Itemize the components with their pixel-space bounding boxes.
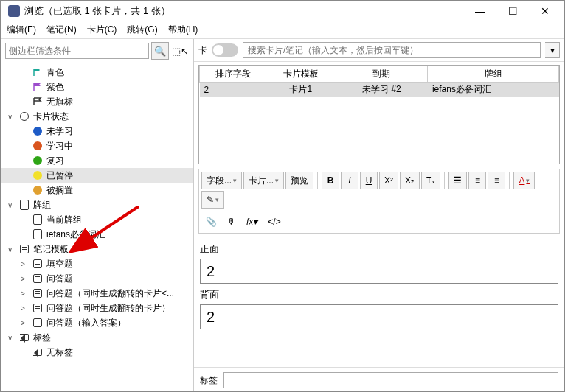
highlight-button[interactable]: ✎: [201, 191, 224, 209]
col-due[interactable]: 到期: [336, 66, 428, 83]
tree-item[interactable]: ∨无旗标: [1, 94, 193, 109]
card-toggle-label: 卡: [198, 44, 207, 57]
menu-edit[interactable]: 编辑(E): [7, 24, 36, 36]
sidebar-tree[interactable]: ∨青色∨紫色∨无旗标∨卡片状态∨未学习∨学习中∨复习∨已暂停∨被搁置∨牌组∨当前…: [1, 63, 193, 392]
tree-item[interactable]: ∨无标签: [1, 345, 193, 360]
tree-item-label: 当前牌组: [46, 214, 82, 226]
superscript-button[interactable]: X²: [379, 172, 398, 189]
fx-button[interactable]: fx▾: [242, 213, 262, 231]
tree-item-label: 无旗标: [46, 96, 73, 108]
tree-item-label: 被搁置: [46, 184, 73, 197]
tree-item[interactable]: >问答题（输入答案）: [1, 315, 193, 330]
back-field[interactable]: [200, 304, 558, 329]
tree-item[interactable]: >问答题: [1, 271, 193, 286]
ul-button[interactable]: ☰: [448, 172, 467, 189]
minimize-button[interactable]: —: [464, 1, 496, 21]
tree-item[interactable]: ∨复习: [1, 153, 193, 168]
tree-item-label: 青色: [46, 66, 64, 79]
col-template[interactable]: 卡片模板: [266, 66, 336, 83]
expander-icon[interactable]: >: [17, 275, 29, 283]
editor-toolbar: 字段... 卡片... 预览 B I U X² X₂ Tₓ ☰ ≡ ≡ A ✎ …: [198, 169, 560, 234]
italic-button[interactable]: I: [341, 172, 358, 189]
cards-button[interactable]: 卡片...: [243, 172, 284, 189]
sidebar-filter-input[interactable]: [5, 43, 149, 59]
tree-item[interactable]: ∨青色: [1, 65, 193, 80]
app-icon: [8, 5, 20, 17]
expander-icon[interactable]: ∨: [4, 245, 15, 253]
card-note-toggle[interactable]: [212, 43, 238, 57]
expander-icon[interactable]: ∨: [4, 201, 15, 209]
fields-button[interactable]: 字段...: [201, 172, 242, 189]
tree-item[interactable]: >填空题: [1, 256, 193, 271]
underline-button[interactable]: U: [360, 172, 378, 189]
tree-item[interactable]: ∨卡片状态: [1, 109, 193, 124]
align-button[interactable]: ≡: [488, 172, 505, 189]
tree-item[interactable]: ∨牌组: [1, 197, 193, 212]
tree-item-icon: [32, 155, 44, 167]
front-label: 正面: [200, 242, 558, 256]
tree-item[interactable]: ∨笔记模板: [1, 242, 193, 256]
col-sort[interactable]: 排序字段: [200, 66, 266, 83]
expander-icon[interactable]: >: [17, 319, 29, 327]
search-dropdown[interactable]: ▾: [545, 42, 560, 58]
tree-item[interactable]: ∨学习中: [1, 139, 193, 153]
tree-item-icon: [32, 228, 44, 240]
tree-item[interactable]: >问答题（同时生成翻转的卡片）: [1, 301, 193, 315]
tree-item[interactable]: ∨被搁置: [1, 183, 193, 197]
tree-item-label: 问答题: [46, 273, 73, 285]
tree-item-icon: [32, 140, 44, 152]
html-button[interactable]: </>: [263, 213, 285, 231]
close-button[interactable]: ✕: [529, 1, 561, 21]
tree-item[interactable]: ∨当前牌组: [1, 212, 193, 227]
clear-format-button[interactable]: Tₓ: [421, 172, 440, 189]
tree-item-label: 填空题: [46, 258, 73, 270]
tree-item[interactable]: ∨未学习: [1, 124, 193, 139]
tree-item[interactable]: ∨iefans必备词汇: [1, 227, 193, 242]
tree-item-label: 复习: [46, 155, 64, 167]
tree-item-label: 牌组: [33, 199, 51, 211]
preview-button[interactable]: 预览: [285, 172, 313, 189]
menu-card[interactable]: 卡片(C): [87, 24, 117, 36]
tree-item-label: 问答题（输入答案）: [46, 317, 126, 329]
front-field[interactable]: [200, 259, 558, 284]
tree-item-label: 紫色: [46, 81, 64, 94]
tree-item-label: 卡片状态: [33, 111, 69, 123]
tree-item[interactable]: ∨已暂停: [1, 168, 193, 183]
select-icon[interactable]: ⬚↖: [171, 42, 189, 60]
tree-item-icon: [18, 332, 30, 343]
tree-item[interactable]: >问答题（同时生成翻转的卡片<...: [1, 286, 193, 301]
tree-item-label: 无标签: [46, 346, 73, 359]
tags-input[interactable]: [223, 372, 558, 388]
search-icon[interactable]: 🔍: [151, 42, 169, 60]
expander-icon[interactable]: ∨: [4, 113, 15, 121]
card-table: 排序字段 卡片模板 到期 牌组 2 卡片1 未学习 #2 iefans必备词汇: [199, 66, 559, 97]
expander-icon[interactable]: >: [17, 304, 29, 312]
tree-item-icon: [32, 96, 44, 108]
expander-icon[interactable]: >: [17, 290, 29, 298]
bold-button[interactable]: B: [322, 172, 339, 189]
menu-goto[interactable]: 跳转(G): [127, 24, 157, 36]
menu-note[interactable]: 笔记(N): [46, 24, 77, 36]
menu-help[interactable]: 帮助(H): [168, 24, 198, 36]
table-row[interactable]: 2 卡片1 未学习 #2 iefans必备词汇: [200, 83, 559, 97]
tree-item[interactable]: ∨紫色: [1, 80, 193, 94]
expander-icon[interactable]: ∨: [4, 334, 15, 342]
search-input[interactable]: [243, 42, 541, 58]
tree-item-icon: [32, 66, 44, 78]
tree-item-icon: [32, 317, 44, 329]
col-deck[interactable]: 牌组: [428, 66, 559, 83]
subscript-button[interactable]: X₂: [400, 172, 420, 189]
tree-item-label: 笔记模板: [33, 243, 69, 256]
back-label: 背面: [200, 288, 558, 301]
maximize-button[interactable]: ☐: [496, 1, 529, 21]
ol-button[interactable]: ≡: [468, 172, 486, 189]
attach-icon[interactable]: 📎: [201, 213, 221, 231]
expander-icon[interactable]: >: [17, 260, 29, 268]
mic-icon[interactable]: 🎙: [223, 213, 240, 231]
tree-item-icon: [32, 184, 44, 196]
tree-item-label: 标签: [33, 332, 51, 344]
tree-item[interactable]: ∨标签: [1, 330, 193, 345]
tree-item-label: 未学习: [46, 125, 73, 138]
tree-item-label: 已暂停: [46, 169, 73, 182]
text-color-button[interactable]: A: [513, 172, 535, 189]
